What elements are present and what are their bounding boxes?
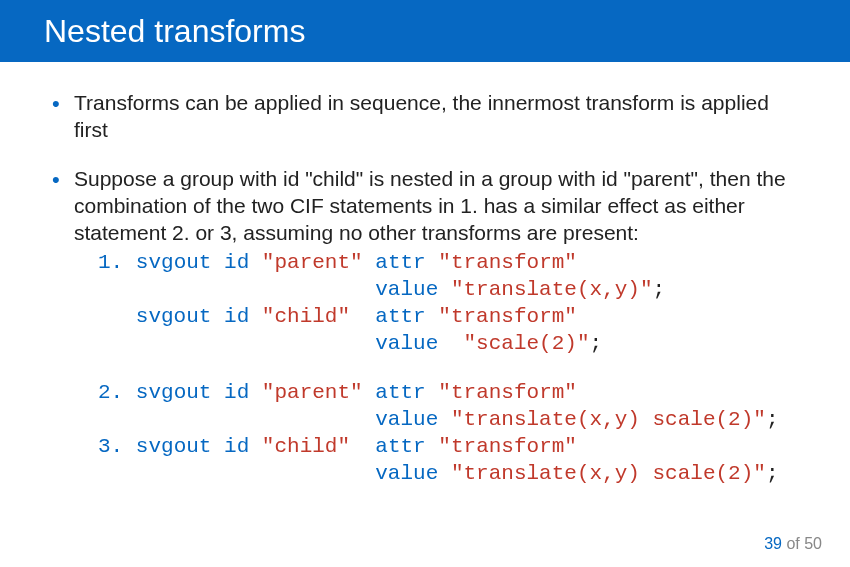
- slide-title: Nested transforms: [44, 13, 305, 50]
- code-keyword: attr: [375, 305, 425, 328]
- bullet-text: Transforms can be applied in sequence, t…: [74, 91, 769, 141]
- page-total: 50: [804, 535, 822, 552]
- bullet-item: Suppose a group with id "child" is neste…: [52, 166, 798, 358]
- code-string: "translate(x,y) scale(2)": [451, 408, 766, 431]
- code-keyword: svgout id: [136, 251, 249, 274]
- code-string: "parent": [262, 251, 363, 274]
- bullet-list: Transforms can be applied in sequence, t…: [52, 90, 798, 358]
- code-string: "scale(2)": [463, 332, 589, 355]
- code-keyword: value: [375, 278, 438, 301]
- code-punct: ;: [653, 278, 666, 301]
- code-punct: ;: [766, 462, 779, 485]
- code-example-2: 2. svgout id "parent" attr "transform" v…: [98, 380, 798, 488]
- code-string: "child": [262, 305, 350, 328]
- code-keyword: value: [375, 332, 438, 355]
- code-string: "child": [262, 435, 350, 458]
- slide-body: Transforms can be applied in sequence, t…: [0, 62, 850, 487]
- bullet-text: Suppose a group with id "child" is neste…: [74, 167, 786, 244]
- code-keyword: value: [375, 408, 438, 431]
- code-string: "transform": [438, 305, 577, 328]
- code-keyword: svgout id: [136, 305, 249, 328]
- code-punct: ;: [766, 408, 779, 431]
- code-string: "parent": [262, 381, 363, 404]
- code-keyword: attr: [375, 251, 425, 274]
- code-punct: ;: [590, 332, 603, 355]
- code-keyword: svgout id: [136, 435, 249, 458]
- code-keyword: value: [375, 462, 438, 485]
- bullet-item: Transforms can be applied in sequence, t…: [52, 90, 798, 144]
- code-string: "transform": [438, 251, 577, 274]
- page-of: of: [786, 535, 799, 552]
- code-number: 3.: [98, 435, 123, 458]
- code-string: "translate(x,y)": [451, 278, 653, 301]
- code-number: 2.: [98, 381, 123, 404]
- code-example-1: 1. svgout id "parent" attr "transform" v…: [98, 250, 798, 358]
- code-string: "transform": [438, 381, 577, 404]
- code-keyword: attr: [375, 435, 425, 458]
- code-keyword: svgout id: [136, 381, 249, 404]
- code-keyword: attr: [375, 381, 425, 404]
- code-string: "transform": [438, 435, 577, 458]
- slide-title-bar: Nested transforms: [0, 0, 850, 62]
- page-current: 39: [764, 535, 782, 552]
- page-footer: 39 of 50: [764, 535, 822, 553]
- code-string: "translate(x,y) scale(2)": [451, 462, 766, 485]
- code-number: 1.: [98, 251, 123, 274]
